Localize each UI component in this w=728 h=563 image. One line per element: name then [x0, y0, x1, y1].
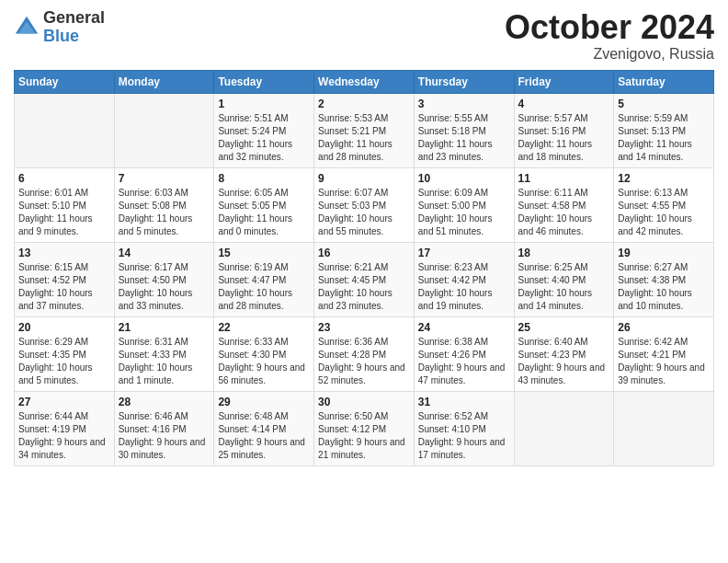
day-number: 8 [218, 172, 310, 185]
day-info: Sunrise: 6:03 AM Sunset: 5:08 PM Dayligh… [119, 187, 210, 238]
cell-w1-d2: 1Sunrise: 5:51 AM Sunset: 5:24 PM Daylig… [214, 93, 314, 167]
day-info: Sunrise: 6:44 AM Sunset: 4:19 PM Dayligh… [18, 410, 110, 462]
cell-w1-d4: 3Sunrise: 5:55 AM Sunset: 5:18 PM Daylig… [414, 93, 514, 167]
logo-blue: Blue [43, 28, 105, 46]
header-saturday: Saturday [614, 70, 714, 93]
cell-w3-d6: 19Sunrise: 6:27 AM Sunset: 4:38 PM Dayli… [614, 242, 714, 316]
day-number: 3 [418, 98, 510, 110]
day-info: Sunrise: 6:21 AM Sunset: 4:45 PM Dayligh… [318, 261, 410, 313]
cell-w2-d3: 9Sunrise: 6:07 AM Sunset: 5:03 PM Daylig… [314, 167, 415, 242]
day-number: 23 [318, 321, 410, 334]
day-info: Sunrise: 5:59 AM Sunset: 5:13 PM Dayligh… [618, 112, 710, 164]
day-info: Sunrise: 6:42 AM Sunset: 4:21 PM Dayligh… [618, 336, 710, 387]
cell-w5-d3: 30Sunrise: 6:50 AM Sunset: 4:12 PM Dayli… [314, 391, 415, 465]
calendar-body: 1Sunrise: 5:51 AM Sunset: 5:24 PM Daylig… [15, 93, 714, 465]
cell-w4-d6: 26Sunrise: 6:42 AM Sunset: 4:21 PM Dayli… [614, 316, 714, 391]
day-number: 2 [318, 98, 410, 110]
logo-text: General Blue [43, 9, 105, 46]
header-sunday: Sunday [15, 70, 115, 93]
week-row-5: 27Sunrise: 6:44 AM Sunset: 4:19 PM Dayli… [15, 391, 714, 465]
day-info: Sunrise: 5:51 AM Sunset: 5:24 PM Dayligh… [218, 112, 310, 164]
day-number: 26 [618, 321, 710, 334]
header-friday: Friday [514, 70, 614, 93]
page-header: General Blue October 2024 Zvenigovo, Rus… [14, 9, 714, 63]
week-row-4: 20Sunrise: 6:29 AM Sunset: 4:35 PM Dayli… [15, 316, 714, 391]
cell-w5-d0: 27Sunrise: 6:44 AM Sunset: 4:19 PM Dayli… [15, 391, 115, 465]
week-row-2: 6Sunrise: 6:01 AM Sunset: 5:10 PM Daylig… [15, 167, 714, 242]
header-thursday: Thursday [414, 70, 514, 93]
cell-w5-d1: 28Sunrise: 6:46 AM Sunset: 4:16 PM Dayli… [114, 391, 214, 465]
cell-w2-d4: 10Sunrise: 6:09 AM Sunset: 5:00 PM Dayli… [414, 167, 514, 242]
day-info: Sunrise: 6:23 AM Sunset: 4:42 PM Dayligh… [418, 261, 510, 313]
day-info: Sunrise: 6:17 AM Sunset: 4:50 PM Dayligh… [119, 261, 210, 313]
page-container: General Blue October 2024 Zvenigovo, Rus… [0, 0, 728, 476]
day-info: Sunrise: 6:31 AM Sunset: 4:33 PM Dayligh… [119, 336, 210, 387]
month-title: October 2024 [505, 9, 714, 46]
day-number: 21 [119, 321, 210, 334]
day-info: Sunrise: 6:11 AM Sunset: 4:58 PM Dayligh… [518, 187, 610, 238]
day-number: 25 [518, 321, 610, 334]
cell-w4-d2: 22Sunrise: 6:33 AM Sunset: 4:30 PM Dayli… [214, 316, 314, 391]
cell-w4-d5: 25Sunrise: 6:40 AM Sunset: 4:23 PM Dayli… [514, 316, 614, 391]
location-title: Zvenigovo, Russia [505, 46, 714, 63]
day-info: Sunrise: 6:40 AM Sunset: 4:23 PM Dayligh… [518, 336, 610, 387]
day-number: 7 [119, 172, 210, 185]
calendar-header: Sunday Monday Tuesday Wednesday Thursday… [15, 70, 714, 93]
day-number: 14 [119, 247, 210, 259]
cell-w3-d0: 13Sunrise: 6:15 AM Sunset: 4:52 PM Dayli… [15, 242, 115, 316]
day-info: Sunrise: 6:25 AM Sunset: 4:40 PM Dayligh… [518, 261, 610, 313]
header-tuesday: Tuesday [214, 70, 314, 93]
day-info: Sunrise: 6:50 AM Sunset: 4:12 PM Dayligh… [318, 410, 410, 462]
cell-w2-d1: 7Sunrise: 6:03 AM Sunset: 5:08 PM Daylig… [114, 167, 214, 242]
day-number: 4 [518, 98, 610, 110]
day-info: Sunrise: 6:48 AM Sunset: 4:14 PM Dayligh… [218, 410, 310, 462]
day-info: Sunrise: 5:57 AM Sunset: 5:16 PM Dayligh… [518, 112, 610, 164]
cell-w5-d2: 29Sunrise: 6:48 AM Sunset: 4:14 PM Dayli… [214, 391, 314, 465]
cell-w1-d3: 2Sunrise: 5:53 AM Sunset: 5:21 PM Daylig… [314, 93, 415, 167]
day-number: 9 [318, 172, 410, 185]
cell-w2-d5: 11Sunrise: 6:11 AM Sunset: 4:58 PM Dayli… [514, 167, 614, 242]
cell-w3-d3: 16Sunrise: 6:21 AM Sunset: 4:45 PM Dayli… [314, 242, 415, 316]
cell-w1-d5: 4Sunrise: 5:57 AM Sunset: 5:16 PM Daylig… [514, 93, 614, 167]
cell-w3-d2: 15Sunrise: 6:19 AM Sunset: 4:47 PM Dayli… [214, 242, 314, 316]
day-info: Sunrise: 6:36 AM Sunset: 4:28 PM Dayligh… [318, 336, 410, 387]
day-number: 16 [318, 247, 410, 259]
week-row-1: 1Sunrise: 5:51 AM Sunset: 5:24 PM Daylig… [15, 93, 714, 167]
day-number: 22 [218, 321, 310, 334]
day-number: 18 [518, 247, 610, 259]
cell-w3-d5: 18Sunrise: 6:25 AM Sunset: 4:40 PM Dayli… [514, 242, 614, 316]
day-info: Sunrise: 6:38 AM Sunset: 4:26 PM Dayligh… [418, 336, 510, 387]
day-number: 15 [218, 247, 310, 259]
logo-general: General [43, 9, 105, 28]
cell-w2-d6: 12Sunrise: 6:13 AM Sunset: 4:55 PM Dayli… [614, 167, 714, 242]
header-row: Sunday Monday Tuesday Wednesday Thursday… [15, 70, 714, 93]
title-block: October 2024 Zvenigovo, Russia [505, 9, 714, 63]
week-row-3: 13Sunrise: 6:15 AM Sunset: 4:52 PM Dayli… [15, 242, 714, 316]
calendar-table: Sunday Monday Tuesday Wednesday Thursday… [14, 70, 714, 466]
day-number: 28 [119, 396, 210, 408]
day-number: 5 [618, 98, 710, 110]
cell-w5-d6 [614, 391, 714, 465]
day-info: Sunrise: 6:27 AM Sunset: 4:38 PM Dayligh… [618, 261, 710, 313]
day-number: 17 [418, 247, 510, 259]
day-info: Sunrise: 6:52 AM Sunset: 4:10 PM Dayligh… [418, 410, 510, 462]
day-info: Sunrise: 6:33 AM Sunset: 4:30 PM Dayligh… [218, 336, 310, 387]
day-info: Sunrise: 6:15 AM Sunset: 4:52 PM Dayligh… [18, 261, 110, 313]
day-number: 31 [418, 396, 510, 408]
cell-w3-d1: 14Sunrise: 6:17 AM Sunset: 4:50 PM Dayli… [114, 242, 214, 316]
day-info: Sunrise: 6:46 AM Sunset: 4:16 PM Dayligh… [119, 410, 210, 462]
day-number: 27 [18, 396, 110, 408]
cell-w2-d2: 8Sunrise: 6:05 AM Sunset: 5:05 PM Daylig… [214, 167, 314, 242]
day-info: Sunrise: 5:55 AM Sunset: 5:18 PM Dayligh… [418, 112, 510, 164]
logo-icon [14, 15, 40, 40]
day-number: 11 [518, 172, 610, 185]
day-info: Sunrise: 6:01 AM Sunset: 5:10 PM Dayligh… [18, 187, 110, 238]
day-number: 24 [418, 321, 510, 334]
cell-w4-d3: 23Sunrise: 6:36 AM Sunset: 4:28 PM Dayli… [314, 316, 415, 391]
cell-w4-d0: 20Sunrise: 6:29 AM Sunset: 4:35 PM Dayli… [15, 316, 115, 391]
day-info: Sunrise: 5:53 AM Sunset: 5:21 PM Dayligh… [318, 112, 410, 164]
day-number: 1 [218, 98, 310, 110]
day-info: Sunrise: 6:19 AM Sunset: 4:47 PM Dayligh… [218, 261, 310, 313]
cell-w1-d0 [15, 93, 115, 167]
day-number: 13 [18, 247, 110, 259]
